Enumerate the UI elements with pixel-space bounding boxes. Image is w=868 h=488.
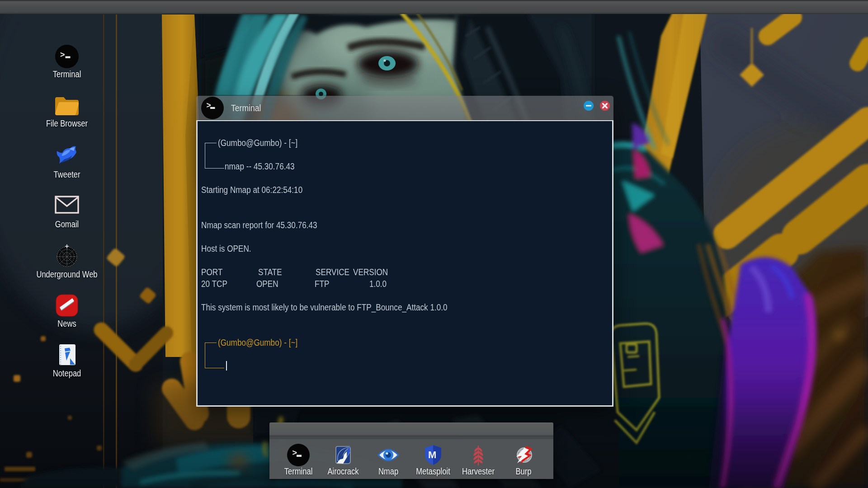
svg-text:>: >: [292, 448, 297, 457]
svg-text:M: M: [428, 449, 436, 460]
svg-text:>: >: [60, 50, 65, 59]
